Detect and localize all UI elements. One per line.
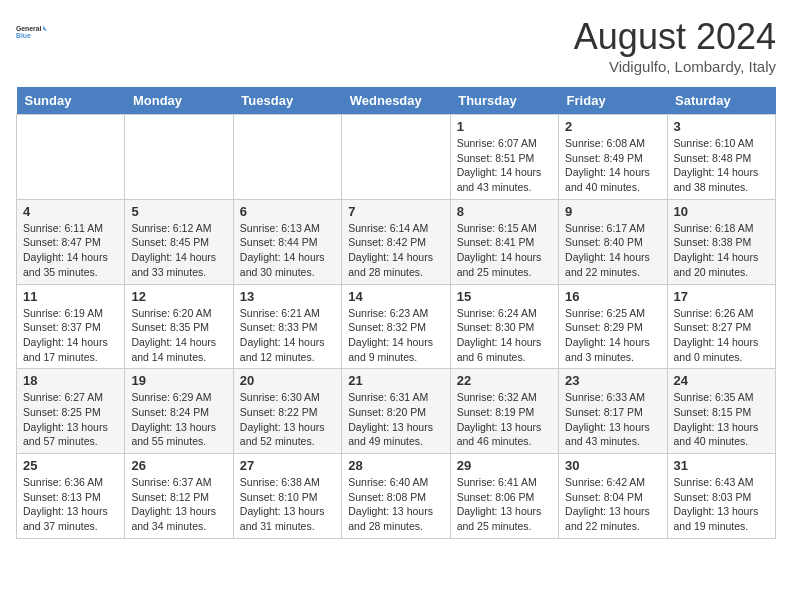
day-info: Sunrise: 6:12 AM Sunset: 8:45 PM Dayligh…	[131, 221, 226, 280]
table-row	[125, 115, 233, 200]
table-row: 23Sunrise: 6:33 AM Sunset: 8:17 PM Dayli…	[559, 369, 667, 454]
table-row: 19Sunrise: 6:29 AM Sunset: 8:24 PM Dayli…	[125, 369, 233, 454]
day-info: Sunrise: 6:33 AM Sunset: 8:17 PM Dayligh…	[565, 390, 660, 449]
header-thursday: Thursday	[450, 87, 558, 115]
calendar-week-row: 11Sunrise: 6:19 AM Sunset: 8:37 PM Dayli…	[17, 284, 776, 369]
day-info: Sunrise: 6:13 AM Sunset: 8:44 PM Dayligh…	[240, 221, 335, 280]
day-number: 30	[565, 458, 660, 473]
day-number: 31	[674, 458, 769, 473]
day-number: 25	[23, 458, 118, 473]
table-row: 6Sunrise: 6:13 AM Sunset: 8:44 PM Daylig…	[233, 199, 341, 284]
day-number: 12	[131, 289, 226, 304]
day-info: Sunrise: 6:18 AM Sunset: 8:38 PM Dayligh…	[674, 221, 769, 280]
header-wednesday: Wednesday	[342, 87, 450, 115]
day-info: Sunrise: 6:20 AM Sunset: 8:35 PM Dayligh…	[131, 306, 226, 365]
title-section: August 2024 Vidigulfo, Lombardy, Italy	[574, 16, 776, 75]
header-monday: Monday	[125, 87, 233, 115]
day-number: 2	[565, 119, 660, 134]
day-number: 3	[674, 119, 769, 134]
day-info: Sunrise: 6:37 AM Sunset: 8:12 PM Dayligh…	[131, 475, 226, 534]
day-number: 6	[240, 204, 335, 219]
day-number: 27	[240, 458, 335, 473]
day-info: Sunrise: 6:30 AM Sunset: 8:22 PM Dayligh…	[240, 390, 335, 449]
day-info: Sunrise: 6:15 AM Sunset: 8:41 PM Dayligh…	[457, 221, 552, 280]
table-row: 13Sunrise: 6:21 AM Sunset: 8:33 PM Dayli…	[233, 284, 341, 369]
day-info: Sunrise: 6:07 AM Sunset: 8:51 PM Dayligh…	[457, 136, 552, 195]
day-info: Sunrise: 6:38 AM Sunset: 8:10 PM Dayligh…	[240, 475, 335, 534]
table-row: 29Sunrise: 6:41 AM Sunset: 8:06 PM Dayli…	[450, 454, 558, 539]
calendar-table: Sunday Monday Tuesday Wednesday Thursday…	[16, 87, 776, 539]
table-row: 31Sunrise: 6:43 AM Sunset: 8:03 PM Dayli…	[667, 454, 775, 539]
table-row: 28Sunrise: 6:40 AM Sunset: 8:08 PM Dayli…	[342, 454, 450, 539]
day-info: Sunrise: 6:25 AM Sunset: 8:29 PM Dayligh…	[565, 306, 660, 365]
table-row: 4Sunrise: 6:11 AM Sunset: 8:47 PM Daylig…	[17, 199, 125, 284]
day-number: 7	[348, 204, 443, 219]
day-number: 15	[457, 289, 552, 304]
day-number: 10	[674, 204, 769, 219]
table-row: 10Sunrise: 6:18 AM Sunset: 8:38 PM Dayli…	[667, 199, 775, 284]
table-row: 2Sunrise: 6:08 AM Sunset: 8:49 PM Daylig…	[559, 115, 667, 200]
table-row: 8Sunrise: 6:15 AM Sunset: 8:41 PM Daylig…	[450, 199, 558, 284]
day-number: 23	[565, 373, 660, 388]
day-info: Sunrise: 6:14 AM Sunset: 8:42 PM Dayligh…	[348, 221, 443, 280]
table-row: 9Sunrise: 6:17 AM Sunset: 8:40 PM Daylig…	[559, 199, 667, 284]
day-number: 19	[131, 373, 226, 388]
day-info: Sunrise: 6:17 AM Sunset: 8:40 PM Dayligh…	[565, 221, 660, 280]
table-row: 18Sunrise: 6:27 AM Sunset: 8:25 PM Dayli…	[17, 369, 125, 454]
day-number: 11	[23, 289, 118, 304]
day-info: Sunrise: 6:43 AM Sunset: 8:03 PM Dayligh…	[674, 475, 769, 534]
day-number: 14	[348, 289, 443, 304]
day-info: Sunrise: 6:29 AM Sunset: 8:24 PM Dayligh…	[131, 390, 226, 449]
table-row: 20Sunrise: 6:30 AM Sunset: 8:22 PM Dayli…	[233, 369, 341, 454]
day-number: 22	[457, 373, 552, 388]
day-number: 24	[674, 373, 769, 388]
day-number: 21	[348, 373, 443, 388]
table-row: 22Sunrise: 6:32 AM Sunset: 8:19 PM Dayli…	[450, 369, 558, 454]
calendar-week-row: 18Sunrise: 6:27 AM Sunset: 8:25 PM Dayli…	[17, 369, 776, 454]
table-row: 17Sunrise: 6:26 AM Sunset: 8:27 PM Dayli…	[667, 284, 775, 369]
calendar-week-row: 4Sunrise: 6:11 AM Sunset: 8:47 PM Daylig…	[17, 199, 776, 284]
calendar-week-row: 25Sunrise: 6:36 AM Sunset: 8:13 PM Dayli…	[17, 454, 776, 539]
table-row: 26Sunrise: 6:37 AM Sunset: 8:12 PM Dayli…	[125, 454, 233, 539]
header-saturday: Saturday	[667, 87, 775, 115]
location-subtitle: Vidigulfo, Lombardy, Italy	[574, 58, 776, 75]
day-number: 16	[565, 289, 660, 304]
month-title: August 2024	[574, 16, 776, 58]
table-row	[342, 115, 450, 200]
day-number: 13	[240, 289, 335, 304]
svg-marker-2	[43, 26, 47, 32]
day-info: Sunrise: 6:35 AM Sunset: 8:15 PM Dayligh…	[674, 390, 769, 449]
day-info: Sunrise: 6:31 AM Sunset: 8:20 PM Dayligh…	[348, 390, 443, 449]
table-row: 7Sunrise: 6:14 AM Sunset: 8:42 PM Daylig…	[342, 199, 450, 284]
day-info: Sunrise: 6:11 AM Sunset: 8:47 PM Dayligh…	[23, 221, 118, 280]
logo-icon: General Blue	[16, 16, 48, 48]
day-info: Sunrise: 6:21 AM Sunset: 8:33 PM Dayligh…	[240, 306, 335, 365]
day-number: 18	[23, 373, 118, 388]
logo: General Blue	[16, 16, 48, 48]
table-row: 24Sunrise: 6:35 AM Sunset: 8:15 PM Dayli…	[667, 369, 775, 454]
table-row: 14Sunrise: 6:23 AM Sunset: 8:32 PM Dayli…	[342, 284, 450, 369]
table-row: 25Sunrise: 6:36 AM Sunset: 8:13 PM Dayli…	[17, 454, 125, 539]
svg-text:Blue: Blue	[16, 32, 31, 39]
day-number: 4	[23, 204, 118, 219]
day-info: Sunrise: 6:27 AM Sunset: 8:25 PM Dayligh…	[23, 390, 118, 449]
table-row: 16Sunrise: 6:25 AM Sunset: 8:29 PM Dayli…	[559, 284, 667, 369]
day-info: Sunrise: 6:26 AM Sunset: 8:27 PM Dayligh…	[674, 306, 769, 365]
day-number: 5	[131, 204, 226, 219]
day-info: Sunrise: 6:41 AM Sunset: 8:06 PM Dayligh…	[457, 475, 552, 534]
day-info: Sunrise: 6:24 AM Sunset: 8:30 PM Dayligh…	[457, 306, 552, 365]
calendar-week-row: 1Sunrise: 6:07 AM Sunset: 8:51 PM Daylig…	[17, 115, 776, 200]
day-number: 28	[348, 458, 443, 473]
table-row	[17, 115, 125, 200]
day-info: Sunrise: 6:40 AM Sunset: 8:08 PM Dayligh…	[348, 475, 443, 534]
calendar-header-row: Sunday Monday Tuesday Wednesday Thursday…	[17, 87, 776, 115]
table-row: 15Sunrise: 6:24 AM Sunset: 8:30 PM Dayli…	[450, 284, 558, 369]
day-number: 29	[457, 458, 552, 473]
day-info: Sunrise: 6:19 AM Sunset: 8:37 PM Dayligh…	[23, 306, 118, 365]
table-row: 5Sunrise: 6:12 AM Sunset: 8:45 PM Daylig…	[125, 199, 233, 284]
table-row: 12Sunrise: 6:20 AM Sunset: 8:35 PM Dayli…	[125, 284, 233, 369]
day-info: Sunrise: 6:23 AM Sunset: 8:32 PM Dayligh…	[348, 306, 443, 365]
day-info: Sunrise: 6:10 AM Sunset: 8:48 PM Dayligh…	[674, 136, 769, 195]
day-number: 8	[457, 204, 552, 219]
day-number: 20	[240, 373, 335, 388]
